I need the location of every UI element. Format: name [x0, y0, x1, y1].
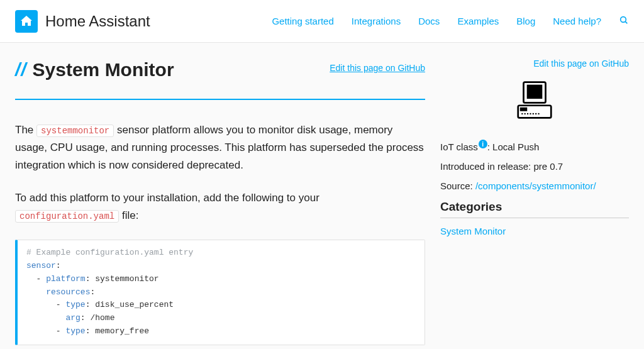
brand-name: Home Assistant [45, 13, 150, 30]
nav-integrations[interactable]: Integrations [352, 16, 401, 26]
title-row: // System Monitor Edit this page on GitH… [15, 58, 425, 81]
svg-point-11 [535, 113, 536, 114]
svg-point-9 [530, 113, 531, 114]
edit-github-link[interactable]: Edit this page on GitHub [330, 63, 425, 73]
nav-need-help[interactable]: Need help? [553, 16, 601, 26]
introduced-value: pre 0.7 [533, 161, 563, 172]
svg-rect-3 [528, 86, 541, 98]
code-val-home: /home [90, 313, 114, 323]
iot-class-value: Local Push [492, 141, 539, 152]
sidebar: Edit this page on GitHub IoT classi: Loc… [440, 58, 629, 345]
code-colon: : [90, 287, 95, 297]
add-text-after: file: [119, 209, 138, 221]
systemmonitor-code: systemmonitor [36, 125, 114, 137]
code-key-resources: resources [46, 287, 90, 297]
main-content: // System Monitor Edit this page on GitH… [15, 58, 425, 345]
code-sep: : [86, 274, 96, 284]
code-sep: : [80, 313, 91, 323]
iot-class-label: IoT class [440, 141, 478, 152]
svg-point-7 [524, 113, 525, 114]
title-slashes: // [15, 59, 27, 80]
brand[interactable]: Home Assistant [15, 10, 150, 33]
add-paragraph: To add this platform to your installatio… [15, 189, 425, 224]
nav-blog[interactable]: Blog [516, 16, 535, 26]
nav-examples[interactable]: Examples [457, 16, 499, 26]
code-val-systemmonitor: systemmonitor [95, 274, 158, 284]
svg-line-1 [625, 21, 627, 23]
search-icon[interactable] [619, 15, 629, 28]
code-sep: : [86, 326, 96, 336]
source-link[interactable]: /components/systemmonitor/ [475, 180, 596, 191]
category-system-monitor[interactable]: System Monitor [440, 226, 506, 236]
nav-docs[interactable]: Docs [418, 16, 440, 26]
iot-class-sep: : [487, 141, 492, 152]
svg-rect-5 [521, 108, 526, 110]
introduced-label: Introduced in release: [440, 161, 533, 172]
code-indent: - [26, 274, 46, 284]
code-indent: - [26, 326, 65, 336]
example-config-codeblock: # Example configuration.yaml entry senso… [15, 240, 425, 345]
source-line: Source: /components/systemmonitor/ [440, 180, 629, 191]
brand-logo-icon [15, 10, 38, 33]
code-colon: : [56, 261, 61, 270]
code-indent [26, 287, 46, 297]
introduced-line: Introduced in release: pre 0.7 [440, 161, 629, 172]
categories-divider [440, 218, 629, 218]
code-val-diskuse: disk_use_percent [95, 300, 174, 309]
code-key-type: type [65, 300, 85, 309]
code-key-type2: type [65, 326, 85, 336]
site-header: Home Assistant Getting started Integrati… [0, 0, 644, 43]
page-container: // System Monitor Edit this page on GitH… [0, 43, 644, 349]
config-yaml-code: configuration.yaml [15, 210, 119, 223]
page-title-wrapper: // System Monitor [15, 58, 174, 81]
categories-heading: Categories [440, 200, 629, 214]
svg-point-0 [621, 16, 626, 22]
source-label: Source: [440, 180, 475, 191]
svg-point-8 [527, 113, 528, 114]
code-key-platform: platform [46, 274, 85, 284]
page-title: System Monitor [33, 59, 174, 80]
code-val-memfree: memory_free [95, 326, 149, 336]
code-indent [26, 313, 65, 323]
nav-getting-started[interactable]: Getting started [272, 16, 333, 26]
intro-text-before: The [15, 124, 36, 136]
info-icon[interactable]: i [479, 140, 487, 148]
code-sep: : [86, 300, 96, 309]
svg-rect-4 [518, 106, 552, 118]
iot-class-line: IoT classi: Local Push [440, 140, 629, 152]
intro-paragraph: The systemmonitor sensor platform allows… [15, 121, 425, 174]
code-indent: - [26, 300, 65, 309]
svg-point-6 [521, 113, 523, 114]
main-nav: Getting started Integrations Docs Exampl… [272, 15, 629, 28]
code-comment: # Example configuration.yaml entry [26, 248, 193, 257]
computer-icon [440, 78, 629, 122]
code-key-sensor: sensor [26, 261, 56, 270]
code-key-arg: arg [65, 313, 80, 323]
svg-point-10 [533, 113, 534, 114]
svg-point-12 [538, 113, 539, 114]
sidebar-edit-github-link[interactable]: Edit this page on GitHub [533, 58, 629, 69]
add-text-before: To add this platform to your installatio… [15, 192, 319, 204]
sidebar-top: Edit this page on GitHub [440, 58, 629, 69]
title-divider [15, 99, 425, 100]
